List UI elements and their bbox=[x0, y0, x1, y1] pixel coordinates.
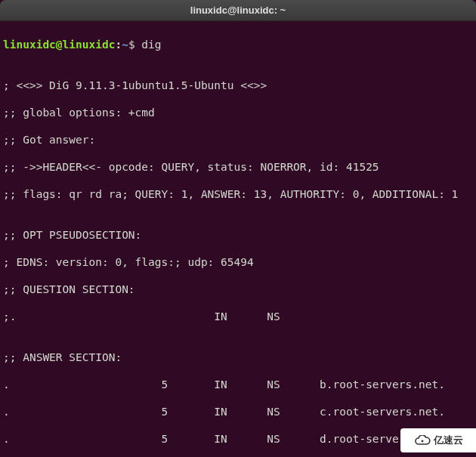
output-question-header: ;; QUESTION SECTION: bbox=[3, 283, 473, 296]
output-answer-header: ;; ANSWER SECTION: bbox=[3, 350, 473, 364]
watermark-badge: 亿速云 bbox=[400, 428, 476, 452]
output-edns: ; EDNS: version: 0, flags:; udp: 65494 bbox=[3, 255, 473, 269]
prompt-line: linuxidc@linuxidc:~$ dig bbox=[3, 38, 473, 51]
cloud-icon bbox=[414, 435, 431, 446]
window-title: linuxidc@linuxidc: ~ bbox=[190, 4, 286, 17]
output-global-options: ;; global options: +cmd bbox=[3, 106, 473, 119]
output-version: ; <<>> DiG 9.11.3-1ubuntu1.5-Ubuntu <<>> bbox=[3, 79, 473, 92]
output-opt-header: ;; OPT PSEUDOSECTION: bbox=[3, 228, 473, 242]
answer-row: . 5 IN NS b.root-servers.net. bbox=[3, 378, 473, 391]
terminal-area[interactable]: linuxidc@linuxidc:~$ dig ; <<>> DiG 9.11… bbox=[0, 21, 476, 457]
output-got-answer: ;; Got answer: bbox=[3, 133, 473, 147]
prompt-sigil: $ bbox=[128, 39, 141, 51]
prompt-userhost: linuxidc@linuxidc bbox=[3, 39, 115, 51]
prompt-path: ~ bbox=[122, 39, 128, 51]
watermark-text: 亿速云 bbox=[434, 434, 463, 447]
svg-point-0 bbox=[421, 440, 423, 443]
answer-row: . 5 IN NS c.root-servers.net. bbox=[3, 405, 473, 418]
window-titlebar[interactable]: linuxidc@linuxidc: ~ bbox=[0, 0, 476, 21]
output-header: ;; ->>HEADER<<- opcode: QUERY, status: N… bbox=[3, 160, 473, 174]
prompt-sep: : bbox=[115, 39, 122, 51]
command-text: dig bbox=[141, 39, 161, 51]
output-question: ;. IN NS bbox=[3, 310, 473, 323]
output-flags: ;; flags: qr rd ra; QUERY: 1, ANSWER: 13… bbox=[3, 187, 473, 201]
